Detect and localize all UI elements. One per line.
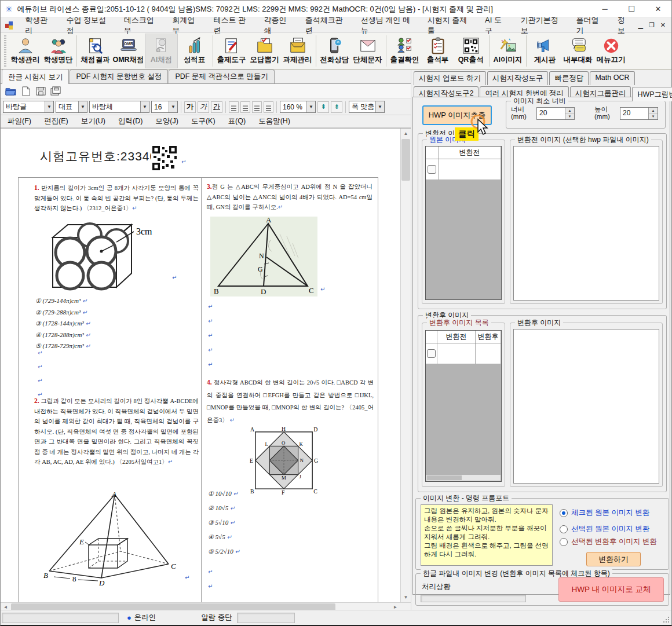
- underline-button[interactable]: 간: [211, 101, 222, 113]
- height-label: 높이 (mm): [594, 106, 610, 120]
- toolbar-board-button[interactable]: 게시판: [528, 34, 561, 68]
- convert-button[interactable]: 변환하기: [586, 552, 641, 566]
- editor-menu-file[interactable]: 파일(F): [8, 116, 31, 126]
- scroll-down-icon[interactable]: ▼: [401, 592, 411, 602]
- width-spinner[interactable]: 20 ▲▼: [536, 107, 575, 120]
- grid-horizontal-scrollbar[interactable]: [426, 475, 501, 481]
- line-spacing-decrease-icon[interactable]: ⇟: [331, 101, 342, 113]
- toolbar-phone-consult-button[interactable]: 전화상담: [318, 34, 351, 68]
- editor-menu-view[interactable]: 보기(U): [81, 116, 105, 126]
- menu-ai-tools[interactable]: AI 도구: [479, 15, 514, 36]
- table-row[interactable]: [426, 343, 501, 364]
- paragraph-mark: ↵: [38, 364, 42, 370]
- radio-convert-checked-original[interactable]: 체크된 원본 이미지 변환: [560, 508, 649, 518]
- fit-width-select[interactable]: 폭 맞춤▼: [349, 101, 385, 113]
- menu-exam-tools[interactable]: 시험지 출제툴: [421, 15, 479, 36]
- after-image-grid[interactable]: 변환전변환후: [425, 330, 502, 482]
- editor-menu-help[interactable]: 도움말(H): [258, 116, 290, 126]
- close-button[interactable]: ✕: [645, 1, 671, 18]
- align-left-button[interactable]: [240, 101, 250, 113]
- menu-class-settings[interactable]: 수업 정보설정: [60, 15, 117, 36]
- chat-bubbles-icon: [569, 37, 587, 54]
- line-spacing-increase-icon[interactable]: ⇞: [317, 101, 329, 113]
- italic-button[interactable]: 가: [198, 101, 209, 113]
- figure-label: H: [282, 426, 286, 432]
- editor-menu-edit[interactable]: 편집(E): [44, 116, 68, 126]
- toolbar-student-roster-button[interactable]: 학생명단: [42, 34, 75, 68]
- align-center-button[interactable]: [252, 101, 262, 113]
- vertical-scrollbar[interactable]: ▲ ▼: [400, 129, 411, 602]
- menu-attendance[interactable]: 출석체크관련: [299, 15, 355, 36]
- menu-open-folder[interactable]: 폴더열기: [570, 15, 611, 36]
- tab-hwp-image-convert[interactable]: HWP그림변환: [632, 87, 672, 101]
- hwp-replace-button[interactable]: HWP 내 이미지로 교체: [558, 577, 664, 602]
- tab-quick-answer[interactable]: 빠른정답: [549, 71, 589, 85]
- toolbar-attendance-check-button[interactable]: 출결확인: [388, 34, 421, 68]
- open-folder-icon[interactable]: [5, 86, 16, 96]
- toolbar-separator: [213, 35, 213, 67]
- editor-menu-input[interactable]: 입력(D): [118, 116, 143, 126]
- zoom-select[interactable]: 160 %▼: [280, 101, 316, 113]
- toolbar-grading-result-button[interactable]: 채점결과: [79, 34, 112, 68]
- menu-printing[interactable]: 각종인쇄: [258, 15, 299, 36]
- menu-org-info[interactable]: 기관기본정보: [514, 15, 570, 36]
- menu-desk-work[interactable]: 데스크업무: [118, 15, 166, 36]
- editor-menu-table[interactable]: 표(Q): [228, 116, 246, 126]
- tab-exam-author-tool[interactable]: 시험지작성도구: [487, 71, 549, 85]
- vertical-scroll-thumb[interactable]: [401, 139, 410, 181]
- row-checkbox[interactable]: [428, 165, 436, 174]
- toolbar-group-sms-button[interactable]: 단체문자: [351, 34, 384, 68]
- row-checkbox[interactable]: [427, 349, 436, 358]
- save-icon[interactable]: [35, 86, 46, 96]
- toolbar-ai-image-button[interactable]: AI이미지: [491, 34, 524, 68]
- save-as-icon[interactable]: [50, 86, 61, 96]
- rep-style-select[interactable]: 대표▼: [56, 101, 87, 113]
- prompt-textarea[interactable]: 그림 원본은 유지하고, 원본의 숫자나 문자내용은 변경하지 말아줘. 손으로…: [421, 504, 553, 566]
- toolbar-omr-grading-button[interactable]: OMR OMR채점: [112, 34, 145, 68]
- grid-scroll-thumb[interactable]: [427, 475, 462, 480]
- table-row[interactable]: [426, 159, 501, 180]
- scroll-up-icon[interactable]: ▲: [401, 129, 411, 138]
- tab-math-ocr[interactable]: Math OCR: [590, 71, 634, 85]
- toolbar-qr-attendance-button[interactable]: QR출석: [454, 34, 487, 68]
- tab-exam-upload[interactable]: 시험지 업로드 하기: [414, 71, 486, 85]
- height-spinner[interactable]: 20 ▲▼: [620, 107, 658, 120]
- tab-hangul-exam-view[interactable]: 한글 시험지 보기: [2, 69, 69, 84]
- toolbar-menu-off-button[interactable]: 메뉴끄기: [594, 34, 627, 68]
- mdi-window-controls[interactable]: ▁❐✕: [638, 21, 671, 29]
- align-right-button[interactable]: [264, 101, 273, 113]
- toolbar-attendance-book-button[interactable]: 출석부: [421, 34, 454, 68]
- original-image-grid[interactable]: 변환전: [425, 146, 502, 300]
- toolbar-exam-authoring-button[interactable]: 출제도구: [215, 34, 248, 68]
- font-size-select[interactable]: 16▼: [151, 101, 178, 113]
- close-circle-icon: [602, 37, 620, 54]
- menu-teacher-personal[interactable]: 선생님 개인 메뉴: [355, 15, 421, 36]
- menu-accounting[interactable]: 회계업무: [166, 15, 207, 36]
- format-toolbar: 바탕글▼ 대표▼ 바탕체▼ 16▼ 가 가 간 160 %▼ ⇞ ⇟ 폭 맞춤▼: [1, 99, 411, 115]
- editor-menu-tools[interactable]: 도구(K): [191, 116, 216, 126]
- menu-student-mgmt[interactable]: 학생관리: [19, 15, 60, 36]
- toolbar-internal-chat-button[interactable]: 내부대화: [561, 34, 594, 68]
- radio-icon: [560, 525, 568, 533]
- bold-button[interactable]: 가: [184, 101, 196, 113]
- radio-convert-selected-original[interactable]: 선택된 원본 이미지 변환: [560, 524, 649, 534]
- align-justify-button[interactable]: [229, 101, 239, 113]
- toolbar-separator: [489, 35, 490, 67]
- resize-grip[interactable]: [663, 616, 670, 623]
- new-document-icon[interactable]: [20, 86, 31, 96]
- toolbar-student-mgmt-button[interactable]: 학생관리: [9, 34, 42, 68]
- toolbar-grade-report-button[interactable]: 성적표: [178, 34, 211, 68]
- chevron-down-icon: ▼: [78, 101, 87, 112]
- figure-label: E: [79, 537, 84, 546]
- toolbar-ai-grading-button[interactable]: AI채점: [145, 34, 178, 68]
- tab-pdf-question-number[interactable]: PDF 시험지 문항번호 설정: [70, 69, 168, 83]
- toolbar-homework-mgmt-button[interactable]: 과제관리: [281, 34, 314, 68]
- editor-menu-shape[interactable]: 모양(J): [155, 116, 178, 126]
- menu-test-related[interactable]: 테스트 관련: [207, 15, 258, 36]
- font-family-select[interactable]: 바탕체▼: [89, 101, 149, 113]
- radio-convert-selected-after[interactable]: 선택된 변환후 이미지 변환: [560, 537, 657, 547]
- menu-info[interactable]: 정보: [611, 15, 638, 36]
- tab-pdf-to-multiple-choice[interactable]: PDF 문제 객관식으로 만들기: [169, 69, 274, 83]
- toolbar-wrong-answer-button[interactable]: 오답뽑기: [248, 34, 281, 68]
- paragraph-style-select[interactable]: 바탕글▼: [3, 101, 54, 113]
